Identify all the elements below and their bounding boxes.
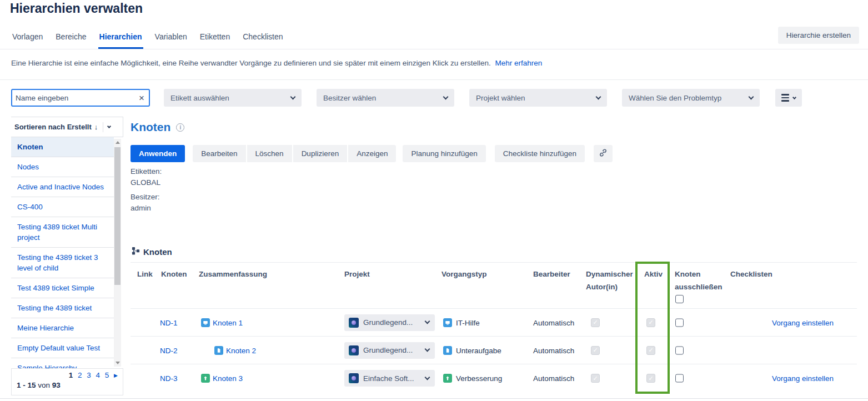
issuetype-filter-select[interactable]: Wählen Sie den Problemtyp <box>622 89 760 107</box>
issuetype-icon-unteraufgabe <box>443 346 452 355</box>
action-button-row: Anwenden Bearbeiten Löschen Duplizieren … <box>131 145 613 162</box>
chevron-down-icon <box>425 347 430 352</box>
info-icon[interactable]: i <box>176 123 184 132</box>
issuetype-label: IT-Hilfe <box>456 318 480 327</box>
owner-filter-value: Besitzer wählen <box>323 94 444 102</box>
exclude-node-checkbox[interactable] <box>675 346 684 354</box>
label-filter-select[interactable]: Etikett auswählen <box>164 89 302 107</box>
hierarchy-list-item[interactable]: Nodes <box>11 157 114 177</box>
set-checklist-link[interactable]: Vorgang einstellen <box>772 374 834 383</box>
tab-vorlagen[interactable]: Vorlagen <box>11 32 44 49</box>
add-checklist-button[interactable]: Checkliste hinzufügen <box>495 145 585 162</box>
duplicate-button[interactable]: Duplizieren <box>293 145 348 162</box>
project-avatar-icon <box>349 345 359 355</box>
hierarchy-list-item[interactable]: Testing the 4389 ticket 3 level of child <box>11 248 114 278</box>
dynamic-author-checkbox[interactable]: ✓ <box>591 346 600 355</box>
node-key-link[interactable]: ND-3 <box>160 374 178 383</box>
add-planning-button[interactable]: Planung hinzufügen <box>403 145 485 162</box>
tab-variablen[interactable]: Variablen <box>154 32 188 49</box>
intro-divider <box>0 79 868 80</box>
scrollbar-down-arrow[interactable] <box>114 359 121 367</box>
page-number[interactable]: 5 <box>105 371 109 379</box>
node-key-link[interactable]: ND-2 <box>160 346 178 354</box>
range-of-label: von <box>38 381 50 389</box>
pagination-range: 1 - 15 von 93 <box>17 381 118 389</box>
dynamic-author-checkbox[interactable]: ✓ <box>591 374 600 383</box>
learn-more-link[interactable]: Mehr erfahren <box>495 59 543 67</box>
project-avatar-icon <box>349 373 359 383</box>
chevron-down-icon[interactable] <box>107 124 111 128</box>
hierarchy-detail-panel: Knoten i Anwenden Bearbeiten Löschen Dup… <box>131 119 868 401</box>
exclude-all-checkbox[interactable] <box>675 295 684 303</box>
page-number-current[interactable]: 1 <box>69 371 73 379</box>
column-header-active: Aktiv <box>644 270 663 278</box>
column-header-link: Link <box>137 270 153 278</box>
sort-descending-icon[interactable]: ↓ <box>94 123 98 131</box>
column-header-checklists: Checklisten <box>730 270 772 278</box>
clear-icon[interactable]: × <box>134 93 149 103</box>
chevron-down-icon <box>792 95 796 99</box>
project-select-value: Einfache Soft... <box>363 374 425 383</box>
node-summary-link[interactable]: Knoten 2 <box>226 346 256 354</box>
hierarchy-list-item[interactable]: Empty Default value Test <box>11 338 114 358</box>
hierarchy-list-item[interactable]: Meine Hierarchie <box>11 318 114 338</box>
page-number[interactable]: 4 <box>96 371 101 379</box>
list-options-menu-button[interactable] <box>775 89 802 107</box>
owner-filter-select[interactable]: Besitzer wählen <box>317 89 454 107</box>
chevron-down-icon <box>425 374 430 380</box>
filter-bar: × Etikett auswählen Besitzer wählen Proj… <box>0 89 868 107</box>
tab-hierarchien[interactable]: Hierarchien <box>98 32 143 49</box>
exclude-node-checkbox[interactable] <box>675 374 684 383</box>
hierarchy-list-item[interactable]: Sample Hierarchy - <box>11 358 114 368</box>
project-select[interactable]: Einfache Soft... <box>344 370 435 387</box>
tab-etiketten[interactable]: Etiketten <box>199 32 231 49</box>
exclude-node-checkbox[interactable] <box>675 318 684 327</box>
active-checkbox[interactable]: ✓ <box>646 374 655 383</box>
dynamic-author-checkbox[interactable]: ✓ <box>591 318 600 327</box>
project-select[interactable]: Grundlegend... <box>344 342 435 359</box>
active-checkbox[interactable]: ✓ <box>646 318 655 327</box>
hierarchy-list-item[interactable]: Active and Inactive Nodes <box>11 177 114 197</box>
project-filter-select[interactable]: Projekt wählen <box>469 89 607 107</box>
hierarchy-list-item-selected[interactable]: Knoten <box>11 137 114 157</box>
issuetype-icon-it-hilfe <box>201 318 210 327</box>
apply-button[interactable]: Anwenden <box>131 145 185 162</box>
name-filter-input[interactable] <box>12 94 134 102</box>
create-hierarchy-button[interactable]: Hierarchie erstellen <box>778 27 859 44</box>
sort-header[interactable]: Sortieren nach Erstellt ↓ <box>11 117 123 137</box>
hierarchy-list-item[interactable]: Test 4389 ticket Simple <box>11 278 114 298</box>
node-summary-link[interactable]: Knoten 3 <box>213 374 243 383</box>
list-scrollbar <box>114 139 121 367</box>
scrollbar-up-arrow[interactable] <box>114 139 121 146</box>
node-summary-link[interactable]: Knoten 1 <box>213 318 243 327</box>
tab-checklisten[interactable]: Checklisten <box>242 32 284 49</box>
scrollbar-thumb[interactable] <box>114 147 121 285</box>
project-select[interactable]: Grundlegend... <box>344 314 435 331</box>
edit-button-group: Bearbeiten Löschen Duplizieren Anzeigen <box>193 145 396 162</box>
chevron-down-icon <box>425 319 430 324</box>
show-button[interactable]: Anzeigen <box>348 145 396 162</box>
edit-button[interactable]: Bearbeiten <box>193 145 245 162</box>
delete-button[interactable]: Löschen <box>247 145 292 162</box>
detail-meta: Etiketten: GLOBAL Besitzer: admin <box>131 166 162 217</box>
issuetype-label: Unteraufgabe <box>456 346 501 354</box>
labels-caption: Etiketten: <box>131 166 162 177</box>
hierarchy-list-item[interactable]: CS-400 <box>11 197 114 217</box>
tab-bereiche[interactable]: Bereiche <box>54 32 87 49</box>
next-page-icon[interactable]: ▶ <box>114 373 118 378</box>
hierarchy-list-item[interactable]: Testing 4389 ticket Multi project <box>11 217 114 248</box>
issuetype-icon-it-hilfe <box>443 318 452 327</box>
node-key-link[interactable]: ND-1 <box>160 318 178 327</box>
hierarchy-list-item[interactable]: Testing the 4389 ticket <box>11 298 114 318</box>
tab-bar: Vorlagen Bereiche Hierarchien Variablen … <box>11 32 284 49</box>
set-checklist-link[interactable]: Vorgang einstellen <box>772 318 834 327</box>
sort-label: Sortieren nach Erstellt <box>14 123 92 131</box>
table-row: ND-1 Knoten 1 Grundlegend... IT-Hilfe Au… <box>131 309 857 337</box>
active-checkbox[interactable]: ✓ <box>646 346 655 355</box>
page-number[interactable]: 2 <box>78 371 82 379</box>
column-header-exclude-node: Knoten <box>675 270 701 278</box>
label-filter-value: Etikett auswählen <box>170 94 291 102</box>
project-select-value: Grundlegend... <box>363 346 425 354</box>
copy-link-button[interactable] <box>594 145 613 162</box>
page-number[interactable]: 3 <box>87 371 91 379</box>
